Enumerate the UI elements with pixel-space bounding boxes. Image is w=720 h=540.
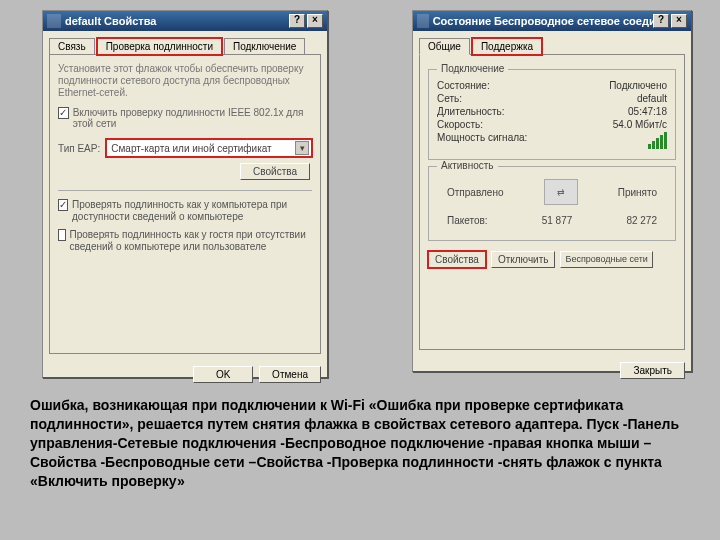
window-title: Состояние Беспроводное сетевое соединени… [433,15,653,27]
activity-group: Активность Отправлено ⇄ Принято Пакетов:… [428,166,676,241]
network-label: Сеть: [437,93,462,104]
tabs-row: Связь Проверка подлинности Подключение [43,31,327,54]
packets-sent-value: 51 877 [488,215,627,226]
eap-type-select[interactable]: Смарт-карта или иной сертификат ▾ [106,139,312,157]
dialog-button-row: OK Отмена [43,360,327,389]
tab-link[interactable]: Подключение [224,38,305,55]
tab-general[interactable]: Общие [419,38,470,55]
auth-as-guest-label: Проверять подлинность как у гостя при от… [70,229,312,253]
state-value: Подключено [609,80,667,91]
packets-recv-value: 82 272 [626,215,657,226]
tab-support[interactable]: Поддержка [472,38,542,55]
network-icon: ⇄ [544,179,578,205]
cancel-button[interactable]: Отмена [259,366,321,383]
connection-group-title: Подключение [437,63,508,74]
recv-label: Принято [618,187,657,198]
wireless-networks-button[interactable]: Беспроводные сети [560,251,652,268]
enable-8021x-checkbox[interactable]: ✓ [58,107,69,119]
status-pane: Подключение Состояние:Подключено Сеть:de… [419,54,685,350]
auth-pane: Установите этот флажок чтобы обеспечить … [49,54,321,354]
close-button[interactable]: × [307,14,323,28]
help-button[interactable]: ? [289,14,305,28]
window-icon [417,14,429,28]
sent-label: Отправлено [447,187,503,198]
signal-label: Мощность сигнала: [437,132,527,149]
auth-as-computer-label: Проверять подлинность как у компьютера п… [72,199,312,223]
duration-value: 05:47:18 [628,106,667,117]
state-label: Состояние: [437,80,490,91]
activity-group-title: Активность [437,160,498,171]
status-window: Состояние Беспроводное сетевое соединени… [412,10,692,372]
eap-type-label: Тип EAP: [58,143,100,154]
window-title: default Свойства [65,15,156,27]
properties-window: default Свойства ? × Связь Проверка подл… [42,10,328,378]
properties-button[interactable]: Свойства [428,251,486,268]
packets-label: Пакетов: [447,215,488,226]
speed-value: 54.0 Мбит/с [613,119,667,130]
auth-as-guest-checkbox[interactable] [58,229,66,241]
duration-label: Длительность: [437,106,505,117]
disconnect-button[interactable]: Отключить [491,251,556,268]
tab-authentication[interactable]: Проверка подлинности [97,38,222,55]
caption-text: Ошибка, возникающая при подключении к Wi… [30,396,690,490]
intro-text: Установите этот флажок чтобы обеспечить … [58,63,312,99]
close-button[interactable]: × [671,14,687,28]
eap-properties-button[interactable]: Свойства [240,163,310,180]
tabs-row: Общие Поддержка [413,31,691,54]
network-value: default [637,93,667,104]
ok-button[interactable]: OK [193,366,253,383]
eap-type-value: Смарт-карта или иной сертификат [111,143,271,154]
chevron-down-icon: ▾ [295,141,309,155]
close-dialog-button[interactable]: Закрыть [620,362,685,379]
signal-strength-icon [648,132,667,149]
dialog-button-row: Закрыть [413,356,691,385]
help-button[interactable]: ? [653,14,669,28]
speed-label: Скорость: [437,119,483,130]
enable-8021x-label: Включить проверку подлинности IEEE 802.1… [73,107,312,129]
titlebar-properties: default Свойства ? × [43,11,327,31]
connection-group: Подключение Состояние:Подключено Сеть:de… [428,69,676,160]
titlebar-status: Состояние Беспроводное сетевое соединени… [413,11,691,31]
window-icon [47,14,61,28]
tab-connection[interactable]: Связь [49,38,95,55]
auth-as-computer-checkbox[interactable]: ✓ [58,199,68,211]
